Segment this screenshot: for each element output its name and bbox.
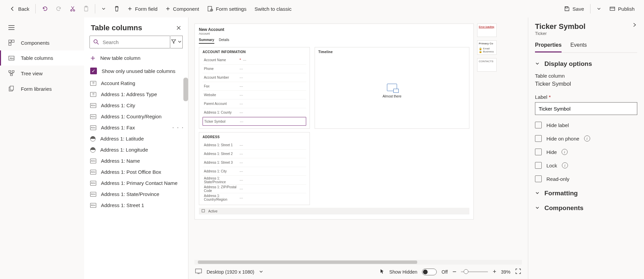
chevron-right-icon[interactable]: [632, 22, 637, 29]
column-item[interactable]: AbcAddress 1: Country/Region: [84, 111, 188, 122]
zoom-out-button[interactable]: −: [453, 268, 457, 276]
section-formatting-toggle[interactable]: Formatting: [535, 190, 637, 197]
section-components-toggle[interactable]: Components: [535, 204, 637, 212]
field-value: ---: [240, 169, 243, 173]
hamburger-button[interactable]: [0, 22, 84, 35]
lock-checkbox[interactable]: [535, 162, 542, 169]
label-input[interactable]: [535, 102, 637, 115]
save-menu-button[interactable]: [593, 4, 605, 13]
info-icon[interactable]: i: [562, 162, 568, 168]
field-label: Parent Account: [203, 102, 240, 106]
filter-button[interactable]: [170, 36, 183, 48]
column-item[interactable]: AbcAddress 1: Street 1: [84, 200, 188, 211]
back-button[interactable]: Back: [6, 4, 33, 14]
chevron-down-icon: [535, 190, 540, 197]
publish-button[interactable]: Publish: [606, 4, 638, 14]
show-unused-checkbox[interactable]: ✓: [90, 68, 97, 74]
hide-checkbox-row[interactable]: Hide i: [535, 149, 637, 155]
horizontal-scrollbar[interactable]: [194, 260, 522, 265]
tab-details[interactable]: Details: [219, 38, 229, 44]
hide-label-checkbox[interactable]: [535, 122, 542, 128]
search-input[interactable]: [103, 39, 167, 45]
form-field[interactable]: Address 1: City---: [203, 167, 306, 176]
form-settings-button[interactable]: Form settings: [204, 4, 250, 14]
more-icon[interactable]: · · ·: [172, 124, 184, 131]
show-unused-checkbox-row[interactable]: ✓ Show only unused table columns: [84, 64, 188, 78]
info-icon[interactable]: i: [562, 149, 568, 155]
lock-checkbox-row[interactable]: Lock i: [535, 162, 637, 169]
right-card-contacts[interactable]: CONTACTS: [477, 58, 497, 72]
add-component-button[interactable]: Component: [162, 4, 203, 14]
cut-button[interactable]: [67, 4, 79, 14]
undo-button[interactable]: [38, 4, 51, 14]
form-field[interactable]: Address 1: County---: [203, 108, 306, 117]
info-icon[interactable]: i: [584, 135, 590, 142]
fit-to-screen-button[interactable]: [515, 268, 521, 275]
form-preview-card[interactable]: New Account Account Summary Details ACCO…: [194, 24, 474, 220]
column-item[interactable]: Address 1: Latitude: [84, 133, 188, 144]
close-icon[interactable]: [176, 25, 181, 31]
read-only-checkbox[interactable]: [535, 175, 542, 182]
new-table-column-button[interactable]: New table column: [84, 52, 188, 64]
right-card-primary[interactable]: Primary Co 🔒 Email 🔒 Business: [477, 40, 497, 55]
zoom-in-button[interactable]: +: [493, 268, 496, 275]
paste-button[interactable]: [80, 4, 92, 14]
form-field[interactable]: Address 1: Street 2---: [203, 150, 306, 158]
hide-on-phone-checkbox-row[interactable]: Hide on phone i: [535, 135, 637, 142]
viewport-label[interactable]: Desktop (1920 x 1080): [207, 269, 254, 275]
hide-checkbox[interactable]: [535, 149, 542, 155]
rail-table-columns[interactable]: Abc Table columns: [0, 50, 84, 66]
show-hidden-toggle[interactable]: [422, 269, 437, 275]
tab-summary[interactable]: Summary: [199, 38, 214, 44]
paste-menu-button[interactable]: [98, 4, 109, 13]
chevron-down-icon[interactable]: [259, 269, 263, 275]
form-field[interactable]: Address 1: Street 1---: [203, 141, 306, 150]
column-item[interactable]: AbcAddress 1: Name: [84, 155, 188, 166]
search-input-wrapper[interactable]: [90, 36, 170, 48]
form-field[interactable]: Parent Account---: [203, 99, 306, 108]
form-field[interactable]: Ticker Symbol---: [203, 117, 306, 126]
column-label: Account Rating: [101, 80, 135, 86]
form-field[interactable]: Address 1: ZIP/Postal Code---: [203, 185, 306, 193]
switch-to-classic-button[interactable]: Switch to classic: [251, 4, 295, 14]
hide-on-phone-checkbox[interactable]: [535, 135, 542, 142]
delete-button[interactable]: [111, 4, 123, 14]
column-item[interactable]: ☰Account Rating: [84, 78, 188, 89]
column-item[interactable]: Address 1: Longitude: [84, 144, 188, 155]
form-field[interactable]: Address 1: Country/Region---: [203, 193, 306, 202]
form-field[interactable]: Account Name*---: [203, 56, 306, 65]
form-field[interactable]: Phone---: [203, 65, 306, 73]
tab-events[interactable]: Events: [570, 42, 587, 52]
form-field[interactable]: Fax---: [203, 82, 306, 91]
read-only-checkbox-row[interactable]: Read-only: [535, 175, 637, 182]
hide-label-checkbox-row[interactable]: Hide label: [535, 122, 637, 128]
rail-components[interactable]: Components: [0, 35, 84, 50]
column-item[interactable]: AbcAddress 1: Post Office Box: [84, 166, 188, 177]
rail-tree-view[interactable]: Tree view: [0, 66, 84, 81]
add-form-field-button[interactable]: Form field: [124, 4, 161, 14]
section-account-information[interactable]: ACCOUNT INFORMATION Account Name*---Phon…: [199, 47, 310, 129]
form-libraries-icon: [8, 86, 15, 92]
form-field[interactable]: Address 1: State/Province---: [203, 176, 306, 185]
column-item[interactable]: AbcAddress 1: State/Province: [84, 189, 188, 200]
zoom-slider[interactable]: [461, 271, 488, 272]
column-item[interactable]: AbcAddress 1: Fax· · ·: [84, 122, 188, 133]
form-field[interactable]: Website---: [203, 91, 306, 99]
form-field[interactable]: Account Number---: [203, 73, 306, 82]
section-timeline[interactable]: Timeline Almost there: [315, 47, 469, 129]
section-display-options-label: Display options: [544, 60, 592, 68]
save-button[interactable]: Save: [561, 4, 587, 14]
form-field[interactable]: Address 1: Street 3---: [203, 158, 306, 167]
hide-label-text: Hide label: [546, 122, 569, 128]
column-type-icon: Abc: [90, 203, 96, 208]
column-item[interactable]: AbcAddress 1: Primary Contact Name: [84, 177, 188, 189]
column-item[interactable]: AbcAddress 1: City: [84, 100, 188, 111]
redo-button[interactable]: [52, 4, 65, 14]
section-display-options-toggle[interactable]: Display options: [535, 60, 637, 68]
viewport-icon: [195, 269, 202, 275]
column-item[interactable]: ☰Address 1: Address Type: [84, 89, 188, 100]
tab-properties[interactable]: Properties: [535, 42, 562, 52]
right-card-error[interactable]: Error loading: [477, 24, 497, 37]
rail-form-libraries[interactable]: Form libraries: [0, 81, 84, 96]
section-address[interactable]: ADDRESS Address 1: Street 1---Address 1:…: [199, 132, 310, 205]
